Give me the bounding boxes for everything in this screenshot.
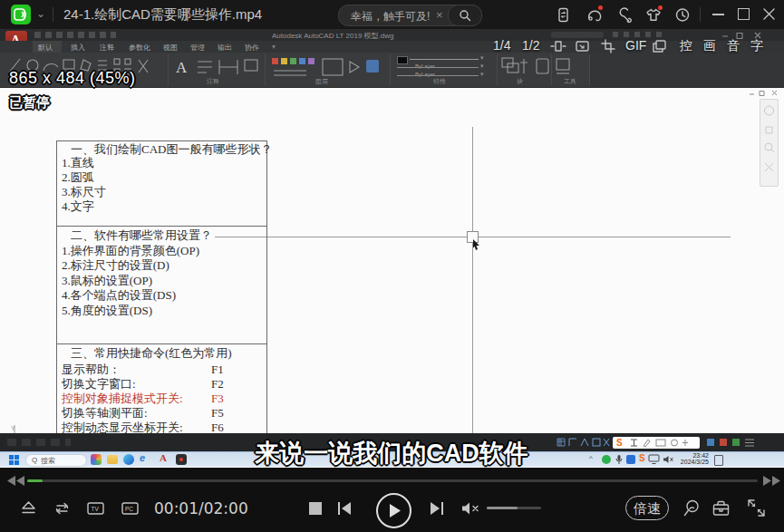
pin-on-top-icon[interactable] xyxy=(551,40,566,53)
tray-xunlei-icon xyxy=(626,455,635,464)
windows-start-icon xyxy=(9,455,19,465)
open-file-button[interactable] xyxy=(20,500,37,517)
previous-button[interactable] xyxy=(336,501,353,516)
panel-label: 特性 xyxy=(433,77,446,86)
status-misc-icons xyxy=(707,438,758,448)
phone-connect-icon[interactable] xyxy=(556,7,570,23)
note-item: 4.文字 xyxy=(62,200,94,213)
history-clock-icon[interactable] xyxy=(675,7,690,23)
panel-label: 图层 xyxy=(315,77,328,86)
panel-label: 工具 xyxy=(564,77,576,86)
step-back-button[interactable] xyxy=(7,476,24,486)
assistant-icon[interactable] xyxy=(617,7,632,23)
sogou-toolbar: S xyxy=(613,437,700,449)
tab-overflow-caret: ▾ xyxy=(272,43,276,51)
taskbar-app-paint xyxy=(91,454,102,465)
video-surface[interactable]: Autodesk AutoCAD LT 2019 模型.dwg A 默认 插入 … xyxy=(0,29,784,468)
cad-tab: 视图 xyxy=(163,43,178,53)
svg-text:A: A xyxy=(176,59,188,76)
scale-quarter-button[interactable]: 1/4 xyxy=(493,38,510,53)
scale-half-button[interactable]: 1/2 xyxy=(522,38,539,53)
volume-slider[interactable] xyxy=(487,507,541,509)
tray-green-icon xyxy=(602,455,611,464)
close-button[interactable] xyxy=(763,8,775,20)
note-item: 1.操作界面的背景颜色(OP) xyxy=(62,245,199,257)
picture-panel-button[interactable]: 画 xyxy=(703,38,716,54)
search-button[interactable] xyxy=(448,5,482,26)
note-title: 三、常用快捷命令(红色为常用) xyxy=(71,347,232,360)
gesture-icon[interactable] xyxy=(682,498,701,517)
progress-bar[interactable] xyxy=(27,479,758,482)
app-logo[interactable] xyxy=(11,5,31,24)
toolbox-icon[interactable] xyxy=(712,499,731,517)
note-item: 2.标注尺寸的设置(D) xyxy=(62,259,169,272)
crop-screenshot-icon[interactable] xyxy=(602,40,615,53)
player-float-toolbar: 1/4 1/2 GIF 控 画 音 字 xyxy=(489,38,779,54)
chevron-down-icon[interactable]: ⌄ xyxy=(36,7,45,20)
cad-app-title: Autodesk AutoCAD LT 2019 模型.dwg xyxy=(272,31,393,41)
tray-display-icon xyxy=(649,455,660,464)
tray-mic-icon xyxy=(615,455,623,464)
copy-frame-icon[interactable] xyxy=(653,40,667,53)
cad-tab: 协作 xyxy=(245,43,259,53)
minimize-button[interactable] xyxy=(712,14,724,15)
mouse-cursor xyxy=(472,239,481,250)
svg-text:Y: Y xyxy=(11,425,15,431)
notifications-icon[interactable] xyxy=(586,7,603,23)
cad-infocenter xyxy=(613,32,667,37)
tray-caret-icon: ^ xyxy=(589,454,593,462)
mute-volume-icon[interactable] xyxy=(461,501,480,516)
tray-sogou-icon: S xyxy=(639,453,645,463)
player-controls: TV PC 00:01/02:00 倍速 xyxy=(0,468,784,532)
window-titlebar: ⌄ 24-1.绘制CAD需要哪些操作.mp4 幸福，触手可及! × xyxy=(0,0,784,29)
cad-tab: 默认 xyxy=(38,43,53,53)
mini-window-icon[interactable] xyxy=(576,40,590,53)
speed-button[interactable]: 倍速 xyxy=(625,496,669,520)
pc-mode-button[interactable]: PC xyxy=(121,501,140,517)
fullscreen-icon[interactable] xyxy=(748,499,765,517)
taskbar-search: Q 搜索 xyxy=(25,454,87,467)
next-button[interactable] xyxy=(429,501,445,516)
stop-button[interactable] xyxy=(309,502,322,515)
subtitle-panel-button[interactable]: 字 xyxy=(750,38,763,54)
play-button[interactable] xyxy=(376,493,411,528)
video-subtitle: 来说一说我们的CAD软件 xyxy=(255,437,528,469)
drawing-window-controls xyxy=(749,90,781,97)
tv-cast-button[interactable]: TV xyxy=(87,501,105,517)
gif-button[interactable]: GIF xyxy=(625,38,646,53)
control-panel-button[interactable]: 控 xyxy=(680,38,692,54)
video-title: 24-1.绘制CAD需要哪些操作.mp4 xyxy=(63,6,262,24)
taskbar-app-folder xyxy=(107,455,118,464)
note-item: 3.鼠标的设置(OP) xyxy=(62,275,152,287)
search-input[interactable]: 幸福，触手可及! xyxy=(351,9,430,24)
svg-text:TV: TV xyxy=(92,506,100,512)
resize-indicator: 865 x 484 (45%) xyxy=(9,69,136,88)
svg-text:PC: PC xyxy=(125,506,133,512)
divider xyxy=(700,7,701,22)
note-item: 4.各个端点的设置(DS) xyxy=(62,289,176,302)
cad-drawing-area: 一、我们绘制CAD图一般有哪些形状？ 1.直线 2.圆弧 3.标尺寸 4.文字 … xyxy=(0,88,784,433)
note-title: 二、软件有哪些常用设置？ xyxy=(71,229,215,242)
ribbon-empty xyxy=(589,53,784,87)
note-row: 切换文字窗口:F2 xyxy=(62,378,256,391)
note-title: 一、我们绘制CAD图一般有哪些形状？ xyxy=(71,143,272,156)
step-forward-button[interactable] xyxy=(763,476,780,486)
maximize-button[interactable] xyxy=(738,8,750,20)
cad-tab: 插入 xyxy=(71,43,85,53)
taskbar-app-edge xyxy=(123,454,134,465)
divider xyxy=(53,7,53,22)
skin-shirt-icon[interactable] xyxy=(645,7,662,23)
tray-clock: 23:42 2024/3/25 xyxy=(678,452,709,467)
crosshair-vertical xyxy=(472,127,473,449)
loop-mode-button[interactable] xyxy=(53,501,71,516)
volume-level xyxy=(487,507,518,509)
note-row: 切换等轴测平面:F5 xyxy=(62,407,256,420)
note-row: 控制对象捕捉模式开关:F3 xyxy=(62,392,256,405)
audio-panel-button[interactable]: 音 xyxy=(727,38,740,54)
search-box[interactable]: 幸福，触手可及! × xyxy=(338,5,481,26)
cad-search-field xyxy=(551,32,604,38)
note-item: 3.标尺寸 xyxy=(62,186,106,198)
cad-tab: 管理 xyxy=(190,43,205,53)
note-row: 显示帮助：F1 xyxy=(62,363,256,376)
search-clear-icon[interactable]: × xyxy=(436,8,443,22)
